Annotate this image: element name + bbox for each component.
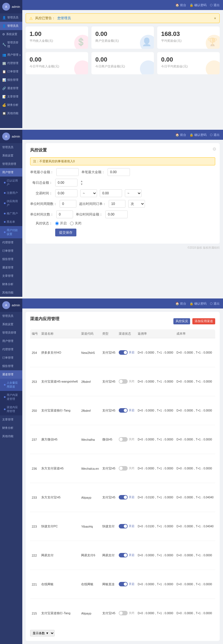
sidebar-3-channel[interactable]: 通道管理 (0, 370, 22, 379)
select-exceed[interactable]: 次 (128, 200, 145, 208)
topbar-home[interactable]: 🏠 前台 (175, 3, 186, 7)
alert-close[interactable]: × (214, 16, 216, 20)
save-btn[interactable]: 提交保存 (55, 229, 76, 236)
btn-add-channel[interactable]: 添加应用渠道 (192, 318, 215, 324)
radio-open-input[interactable] (55, 222, 59, 225)
sidebar-item-channel[interactable]: 🔗通道管理 (0, 84, 22, 92)
input-daily-amount[interactable] (55, 179, 77, 187)
topbar-2-confirm-pwd[interactable]: 🔒 确认密码 (190, 133, 207, 137)
toggle-status[interactable]: 关闭 (119, 466, 134, 471)
toggle-status[interactable]: 开启 (119, 524, 134, 528)
toggle-switch[interactable] (119, 553, 128, 557)
toggle-status[interactable]: 关闭 (119, 379, 134, 384)
sidebar-3-all-channel[interactable]: 人全量应用渠道 (0, 379, 22, 391)
sidebar-3-agent[interactable]: 代理管理 (0, 345, 22, 354)
select-time2[interactable]: ~ (125, 189, 142, 197)
sidebar-item-user-mgmt[interactable]: 👥用户管理 (0, 51, 22, 59)
sidebar-2-report[interactable]: 报告管理 (0, 255, 22, 263)
sidebar-3-user-channel[interactable]: 用户内渠道管理 (0, 391, 22, 403)
sidebar-3-app-channel[interactable]: 渠道内应用管理 (0, 403, 22, 415)
sidebar-2-blacklist[interactable]: 黑名单 (0, 218, 22, 226)
sidebar-2-user-mgmt[interactable]: 用户管理 (0, 168, 22, 177)
sidebar-3-order[interactable]: 订单管理 (0, 354, 22, 362)
sidebar-2-supplier[interactable]: 供应商用户 (0, 197, 22, 209)
sidebar-2-admin[interactable]: 管理员员 (0, 143, 22, 151)
toggle-status[interactable]: 开启 (119, 350, 134, 355)
sidebar-item-other[interactable]: 🔲其他功能 (0, 109, 22, 117)
toggle-switch[interactable] (119, 408, 128, 413)
sidebar-3-finance[interactable]: 财务分析 (0, 424, 22, 432)
cell-status[interactable]: 关闭 (117, 367, 136, 396)
sidebar-2-finance[interactable]: 财务分析 (0, 280, 22, 288)
cell-status[interactable]: 开启 (117, 570, 136, 599)
sidebar-3-system[interactable]: 系统设置 (0, 320, 22, 329)
topbar-logout[interactable]: ⬡ 退出 (210, 3, 220, 7)
input-trade-time1[interactable] (55, 189, 77, 197)
sidebar-3-report[interactable]: 报告管理 (0, 362, 22, 370)
toggle-status[interactable]: 开启 (119, 582, 134, 586)
sidebar-3-user[interactable]: 用户管理 (0, 337, 22, 345)
toggle-switch[interactable] (119, 437, 128, 442)
sidebar-2-article[interactable]: 文章管理 (0, 272, 22, 280)
btn-risk-status[interactable]: 风控实况 (173, 318, 190, 324)
sidebar-item-order[interactable]: 📋订单管理 (0, 67, 22, 76)
sidebar-2-channel[interactable]: 通道管理 (0, 263, 22, 272)
toggle-switch[interactable] (119, 582, 128, 586)
settings-gear-icon[interactable]: ⚙ (212, 146, 216, 152)
input-trade-time2[interactable] (100, 189, 122, 197)
cell-status[interactable]: 关闭 (117, 425, 136, 454)
sidebar-item-admin2[interactable]: 👤管理员员 (0, 22, 22, 30)
sidebar-2-payment-settings[interactable]: 用户付款设置 (0, 226, 22, 238)
topbar-3-home[interactable]: 🏠 前台 (175, 302, 186, 306)
sidebar-item-report[interactable]: 📊报告管理 (0, 76, 22, 84)
input-exceed[interactable] (109, 200, 125, 208)
topbar-3-confirm-pwd[interactable]: 🔒 确认密码 (190, 302, 207, 306)
toggle-switch[interactable] (119, 466, 128, 471)
cell-status[interactable]: 关闭 (117, 454, 136, 483)
cell-status[interactable]: 开启 (117, 483, 136, 512)
topbar-2-home[interactable]: 🏠 前台 (175, 133, 186, 137)
cell-status[interactable]: 开启 (117, 396, 136, 425)
sidebar-2-order[interactable]: 订单管理 (0, 247, 22, 255)
toggle-switch[interactable] (119, 524, 128, 528)
sidebar-2-promote[interactable]: 推广用户 (0, 209, 22, 218)
radio-close-input[interactable] (70, 222, 74, 225)
cell-status[interactable]: 关闭 (117, 599, 136, 628)
sidebar-3-other[interactable]: 其他功能 (0, 432, 22, 440)
sidebar-2-agent[interactable]: 代理管理 (0, 238, 22, 247)
toggle-switch[interactable] (119, 611, 128, 615)
sidebar-item-admin[interactable]: 👤管理员员 (0, 13, 22, 22)
topbar-confirm-pwd[interactable]: 🔒 确认密码 (190, 3, 207, 7)
cell-status[interactable]: 开启 (117, 512, 136, 541)
input-count[interactable] (56, 210, 73, 218)
topbar-3-logout[interactable]: ⬡ 退出 (210, 302, 220, 306)
toggle-status[interactable]: 开启 (119, 495, 134, 499)
sidebar-3-admin-mgmt[interactable]: 管理员管理 (0, 329, 22, 337)
topbar-2-logout[interactable]: ⬡ 退出 (210, 133, 220, 137)
sidebar-2-cert-user[interactable]: 已认证用户 (0, 177, 22, 189)
sidebar-item-system[interactable]: ⚙系统设置 (0, 30, 22, 38)
cell-status[interactable]: 开启 (117, 541, 136, 570)
sidebar-item-admin-mgmt[interactable]: 🔧管理员管理 (0, 38, 22, 51)
input-min-amount[interactable] (56, 168, 79, 176)
toggle-switch[interactable] (119, 495, 128, 499)
toggle-status[interactable]: 关闭 (119, 611, 134, 615)
radio-close[interactable]: 关闭 (70, 221, 81, 226)
toggle-status[interactable]: 关闭 (119, 437, 134, 442)
toggle-status[interactable]: 开启 (119, 553, 134, 557)
sidebar-3-article[interactable]: 文章管理 (0, 415, 22, 424)
input-max-amount[interactable] (108, 168, 130, 176)
sidebar-2-other[interactable]: 其他功能 (0, 288, 22, 297)
sidebar-2-admin-mgmt[interactable]: 管理员管理 (0, 160, 22, 168)
sidebar-item-article[interactable]: 📝文章管理 (0, 92, 22, 101)
sidebar-item-finance[interactable]: 💰财务分析 (0, 101, 22, 109)
sidebar-item-agent[interactable]: 🏢代理管理 (0, 59, 22, 67)
input-period[interactable] (60, 200, 76, 208)
sidebar-2-system[interactable]: 系统设置 (0, 151, 22, 160)
toggle-status[interactable]: 开启 (119, 408, 134, 413)
cell-status[interactable]: 开启 (117, 338, 136, 367)
sidebar-3-admin[interactable]: 管理员员 (0, 312, 22, 320)
sidebar-2-reg-user[interactable]: 注册用户 (0, 189, 22, 197)
input-same-amount[interactable] (105, 210, 128, 218)
select-time1[interactable]: ~ (80, 189, 97, 197)
